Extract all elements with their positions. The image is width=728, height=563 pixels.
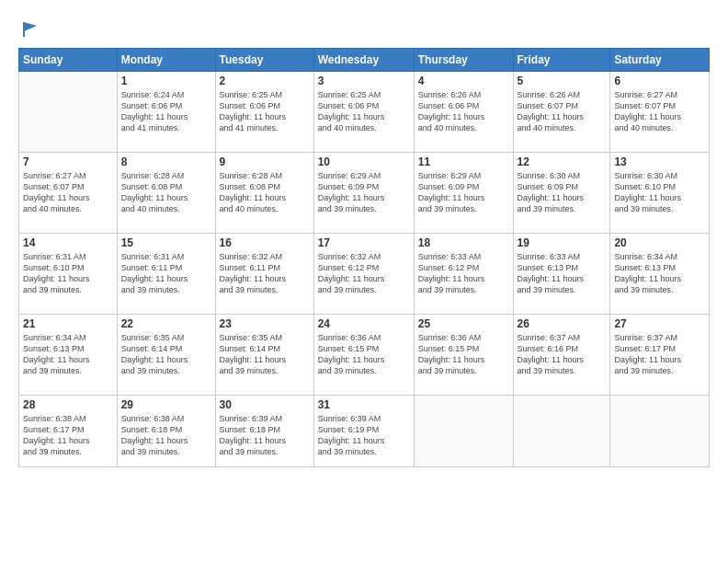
calendar-cell: 5Sunrise: 6:26 AM Sunset: 6:07 PM Daylig…: [513, 72, 610, 153]
day-number: 18: [418, 236, 509, 249]
calendar-week-5: 28Sunrise: 6:38 AM Sunset: 6:17 PM Dayli…: [19, 396, 710, 467]
day-info: Sunrise: 6:29 AM Sunset: 6:09 PM Dayligh…: [418, 170, 509, 215]
day-info: Sunrise: 6:28 AM Sunset: 6:08 PM Dayligh…: [220, 170, 310, 215]
calendar-cell: 15Sunrise: 6:31 AM Sunset: 6:11 PM Dayli…: [117, 234, 215, 315]
calendar-header-saturday: Saturday: [610, 49, 710, 72]
calendar-cell: 26Sunrise: 6:37 AM Sunset: 6:16 PM Dayli…: [513, 315, 610, 396]
svg-rect-1: [23, 22, 25, 37]
day-info: Sunrise: 6:33 AM Sunset: 6:12 PM Dayligh…: [418, 251, 509, 296]
calendar-cell: 13Sunrise: 6:30 AM Sunset: 6:10 PM Dayli…: [610, 153, 710, 234]
day-number: 15: [121, 236, 211, 249]
day-number: 8: [121, 155, 211, 168]
calendar-cell: 14Sunrise: 6:31 AM Sunset: 6:10 PM Dayli…: [19, 234, 118, 315]
calendar-cell: 25Sunrise: 6:36 AM Sunset: 6:15 PM Dayli…: [414, 315, 513, 396]
calendar-cell: 9Sunrise: 6:28 AM Sunset: 6:08 PM Daylig…: [215, 153, 313, 234]
day-info: Sunrise: 6:34 AM Sunset: 6:13 PM Dayligh…: [23, 332, 113, 377]
calendar-cell: [610, 396, 710, 467]
calendar-cell: [19, 72, 118, 153]
day-number: 20: [614, 236, 705, 249]
day-number: 17: [318, 236, 410, 249]
day-number: 5: [518, 75, 607, 87]
calendar-cell: [513, 396, 610, 467]
day-number: 26: [518, 317, 607, 330]
calendar-header-sunday: Sunday: [19, 49, 118, 72]
day-info: Sunrise: 6:32 AM Sunset: 6:12 PM Dayligh…: [318, 251, 410, 296]
calendar-cell: 28Sunrise: 6:38 AM Sunset: 6:17 PM Dayli…: [19, 396, 118, 467]
day-number: 21: [23, 317, 113, 330]
day-number: 10: [318, 155, 410, 168]
day-info: Sunrise: 6:30 AM Sunset: 6:10 PM Dayligh…: [614, 170, 705, 215]
day-number: 2: [220, 75, 310, 87]
day-number: 13: [614, 155, 705, 168]
page: SundayMondayTuesdayWednesdayThursdayFrid…: [0, 0, 728, 563]
calendar: SundayMondayTuesdayWednesdayThursdayFrid…: [18, 48, 710, 467]
calendar-cell: [414, 396, 513, 467]
header: [18, 17, 710, 39]
calendar-cell: 19Sunrise: 6:33 AM Sunset: 6:13 PM Dayli…: [513, 234, 610, 315]
day-info: Sunrise: 6:24 AM Sunset: 6:06 PM Dayligh…: [121, 89, 211, 134]
calendar-cell: 29Sunrise: 6:38 AM Sunset: 6:18 PM Dayli…: [117, 396, 215, 467]
day-number: 25: [418, 317, 509, 330]
day-number: 24: [318, 317, 410, 330]
calendar-header-row: SundayMondayTuesdayWednesdayThursdayFrid…: [19, 49, 710, 72]
calendar-cell: 8Sunrise: 6:28 AM Sunset: 6:08 PM Daylig…: [117, 153, 215, 234]
day-number: 14: [23, 236, 113, 249]
calendar-cell: 18Sunrise: 6:33 AM Sunset: 6:12 PM Dayli…: [414, 234, 513, 315]
calendar-cell: 22Sunrise: 6:35 AM Sunset: 6:14 PM Dayli…: [117, 315, 215, 396]
day-number: 7: [23, 155, 113, 168]
day-info: Sunrise: 6:26 AM Sunset: 6:07 PM Dayligh…: [518, 89, 607, 134]
day-number: 27: [614, 317, 705, 330]
calendar-header-thursday: Thursday: [414, 49, 513, 72]
day-info: Sunrise: 6:25 AM Sunset: 6:06 PM Dayligh…: [220, 89, 310, 134]
day-number: 23: [220, 317, 310, 330]
day-info: Sunrise: 6:39 AM Sunset: 6:19 PM Dayligh…: [318, 413, 410, 458]
calendar-cell: 20Sunrise: 6:34 AM Sunset: 6:13 PM Dayli…: [610, 234, 710, 315]
calendar-cell: 4Sunrise: 6:26 AM Sunset: 6:06 PM Daylig…: [414, 72, 513, 153]
day-info: Sunrise: 6:35 AM Sunset: 6:14 PM Dayligh…: [121, 332, 211, 377]
day-number: 19: [518, 236, 607, 249]
calendar-cell: 27Sunrise: 6:37 AM Sunset: 6:17 PM Dayli…: [610, 315, 710, 396]
day-info: Sunrise: 6:37 AM Sunset: 6:17 PM Dayligh…: [614, 332, 705, 377]
calendar-header-tuesday: Tuesday: [215, 49, 313, 72]
calendar-header-monday: Monday: [117, 49, 215, 72]
day-info: Sunrise: 6:34 AM Sunset: 6:13 PM Dayligh…: [614, 251, 705, 296]
calendar-week-1: 1Sunrise: 6:24 AM Sunset: 6:06 PM Daylig…: [19, 72, 710, 153]
calendar-header-friday: Friday: [513, 49, 610, 72]
day-info: Sunrise: 6:37 AM Sunset: 6:16 PM Dayligh…: [518, 332, 607, 377]
day-info: Sunrise: 6:38 AM Sunset: 6:18 PM Dayligh…: [121, 413, 211, 458]
logo-flag-icon: [20, 18, 40, 39]
calendar-cell: 12Sunrise: 6:30 AM Sunset: 6:09 PM Dayli…: [513, 153, 610, 234]
day-info: Sunrise: 6:38 AM Sunset: 6:17 PM Dayligh…: [23, 413, 113, 458]
day-info: Sunrise: 6:25 AM Sunset: 6:06 PM Dayligh…: [318, 89, 410, 134]
day-number: 29: [121, 398, 211, 411]
calendar-cell: 11Sunrise: 6:29 AM Sunset: 6:09 PM Dayli…: [414, 153, 513, 234]
day-info: Sunrise: 6:36 AM Sunset: 6:15 PM Dayligh…: [418, 332, 509, 377]
day-info: Sunrise: 6:27 AM Sunset: 6:07 PM Dayligh…: [614, 89, 705, 134]
day-info: Sunrise: 6:36 AM Sunset: 6:15 PM Dayligh…: [318, 332, 410, 377]
day-info: Sunrise: 6:35 AM Sunset: 6:14 PM Dayligh…: [220, 332, 310, 377]
day-number: 31: [318, 398, 410, 411]
calendar-cell: 7Sunrise: 6:27 AM Sunset: 6:07 PM Daylig…: [19, 153, 118, 234]
logo: [18, 20, 40, 39]
day-info: Sunrise: 6:39 AM Sunset: 6:18 PM Dayligh…: [220, 413, 310, 458]
calendar-cell: 3Sunrise: 6:25 AM Sunset: 6:06 PM Daylig…: [313, 72, 414, 153]
calendar-cell: 16Sunrise: 6:32 AM Sunset: 6:11 PM Dayli…: [215, 234, 313, 315]
day-number: 28: [23, 398, 113, 411]
calendar-cell: 10Sunrise: 6:29 AM Sunset: 6:09 PM Dayli…: [313, 153, 414, 234]
day-number: 4: [418, 75, 509, 87]
calendar-week-3: 14Sunrise: 6:31 AM Sunset: 6:10 PM Dayli…: [19, 234, 710, 315]
day-number: 3: [318, 75, 410, 87]
day-number: 9: [220, 155, 310, 168]
calendar-cell: 23Sunrise: 6:35 AM Sunset: 6:14 PM Dayli…: [215, 315, 313, 396]
day-number: 16: [220, 236, 310, 249]
day-number: 11: [418, 155, 509, 168]
calendar-cell: 21Sunrise: 6:34 AM Sunset: 6:13 PM Dayli…: [19, 315, 118, 396]
calendar-header-wednesday: Wednesday: [313, 49, 414, 72]
calendar-cell: 6Sunrise: 6:27 AM Sunset: 6:07 PM Daylig…: [610, 72, 710, 153]
calendar-cell: 31Sunrise: 6:39 AM Sunset: 6:19 PM Dayli…: [313, 396, 414, 467]
day-number: 6: [614, 75, 705, 87]
day-info: Sunrise: 6:26 AM Sunset: 6:06 PM Dayligh…: [418, 89, 509, 134]
day-number: 22: [121, 317, 211, 330]
day-number: 12: [518, 155, 607, 168]
day-info: Sunrise: 6:33 AM Sunset: 6:13 PM Dayligh…: [518, 251, 607, 296]
